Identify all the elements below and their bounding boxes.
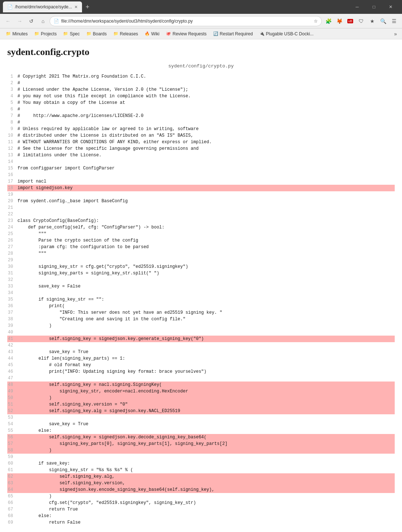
- bookmark-projects[interactable]: 📁 Projects: [31, 30, 59, 38]
- line-number: 44: [7, 355, 17, 362]
- line-content: "INFO: This server does not yet have an …: [17, 309, 395, 316]
- refresh-button[interactable]: ↺: [26, 16, 36, 26]
- code-line: 68 else:: [7, 513, 395, 519]
- folder-icon: 📁: [86, 31, 91, 36]
- code-line: 28 """: [7, 250, 395, 257]
- code-line: 2#: [7, 80, 395, 86]
- window-controls: ─ □ ✕: [349, 0, 399, 14]
- line-number: 11: [7, 139, 17, 145]
- bookmark-review-requests[interactable]: 🐙 Review Requests: [163, 30, 209, 38]
- line-content: print(: [17, 303, 395, 309]
- code-line: 38 "Creating one and saving it in the co…: [7, 316, 395, 322]
- bookmarks-bar: 📁 Minutes 📁 Projects 📁 Spec 📁 Boards 📁 R…: [0, 28, 402, 39]
- line-content: ): [17, 322, 395, 329]
- line-number: 22: [7, 211, 17, 218]
- bookmark-plugable[interactable]: 🔌 Plugable USB-C Docki...: [257, 30, 317, 38]
- firefox-icon[interactable]: 🦊: [334, 16, 344, 26]
- line-number: 54: [7, 421, 17, 427]
- line-content: Parse the crypto section of the config: [17, 237, 395, 244]
- restart-icon: 🔄: [213, 31, 218, 36]
- line-number: 27: [7, 244, 17, 250]
- line-content: # Copyright 2021 The Matrix.org Foundati…: [17, 73, 395, 80]
- line-content: # Licensed under the Apache License, Ver…: [17, 86, 395, 93]
- line-number: 43: [7, 349, 17, 355]
- line-number: 18: [7, 185, 17, 191]
- code-line: 25 """: [7, 231, 395, 237]
- ublock-icon[interactable]: uB: [345, 16, 355, 26]
- line-number: 42: [7, 342, 17, 349]
- fire-icon: 🔥: [145, 31, 150, 36]
- line-content: import nacl: [17, 178, 395, 185]
- line-number: 67: [7, 506, 17, 513]
- code-line: 44 elif len(signing_key_parts) == 1:: [7, 355, 395, 362]
- line-number: 45: [7, 362, 17, 368]
- extensions-icon[interactable]: 🧩: [323, 16, 333, 26]
- browser-tab[interactable]: 📄 /home/dmr/workspace/syde... ✕: [3, 1, 82, 12]
- code-line: 12# See the License for the specific lan…: [7, 145, 395, 152]
- code-line: 58 ): [7, 447, 395, 454]
- line-content: return False: [17, 519, 395, 526]
- code-line: 51 self.signing_key.version = "0": [7, 401, 395, 408]
- folder-icon: 📁: [113, 31, 118, 36]
- line-number: 47: [7, 375, 17, 382]
- line-number: 13: [7, 152, 17, 159]
- code-line: 20from sydent.config._base import BaseCo…: [7, 198, 395, 204]
- home-button[interactable]: ⌂: [38, 16, 48, 26]
- bookmark-icon[interactable]: ★: [367, 16, 377, 26]
- line-number: 39: [7, 322, 17, 329]
- line-number: 9: [7, 126, 17, 132]
- line-number: 29: [7, 257, 17, 263]
- code-line: 13# limitations under the License.: [7, 152, 395, 159]
- line-content: cfg.set("crypto", "ed25519.signingkey", …: [17, 500, 395, 506]
- line-number: 53: [7, 414, 17, 421]
- line-content: save_key = True: [17, 349, 395, 355]
- line-number: 34: [7, 290, 17, 296]
- bookmarks-more-button[interactable]: »: [392, 30, 399, 38]
- line-number: 17: [7, 178, 17, 185]
- bookmark-spec[interactable]: 📁 Spec: [60, 30, 82, 38]
- minimize-button[interactable]: ─: [349, 0, 366, 14]
- code-line: 54 save_key = True: [7, 421, 395, 427]
- line-number: 55: [7, 427, 17, 434]
- code-line: 66 cfg.set("crypto", "ed25519.signingkey…: [7, 500, 395, 506]
- bookmark-boards[interactable]: 📁 Boards: [83, 30, 110, 38]
- line-content: # Unless required by applicable law or a…: [17, 126, 395, 132]
- shield-icon[interactable]: 🛡: [356, 16, 366, 26]
- line-content: signedjson.key.encode_signing_key_base64…: [17, 486, 395, 493]
- maximize-button[interactable]: □: [366, 0, 382, 14]
- code-line: 11# WITHOUT WARRANTIES OR CONDITIONS OF …: [7, 139, 395, 145]
- line-number: 20: [7, 198, 17, 204]
- line-number: 6: [7, 106, 17, 113]
- line-content: ): [17, 493, 395, 500]
- bookmark-releases-label: Releases: [120, 31, 138, 36]
- code-line: 17import nacl: [7, 178, 395, 185]
- close-button[interactable]: ✕: [382, 0, 399, 14]
- code-line: 31 signing_key_parts = signing_key_str.s…: [7, 270, 395, 277]
- code-line: 16: [7, 172, 395, 178]
- line-number: 37: [7, 309, 17, 316]
- back-button[interactable]: ←: [3, 16, 13, 26]
- new-tab-button[interactable]: +: [83, 3, 92, 11]
- line-number: 8: [7, 119, 17, 126]
- line-content: signing_key_parts = signing_key_str.spli…: [17, 270, 395, 277]
- line-content: save_key = True: [17, 421, 395, 427]
- bookmark-minutes[interactable]: 📁 Minutes: [3, 30, 31, 38]
- page-title: sydent.config.crypto: [7, 47, 395, 58]
- tab-close-button[interactable]: ✕: [74, 5, 78, 9]
- line-number: 30: [7, 263, 17, 270]
- address-star-icon[interactable]: ☆: [314, 19, 318, 24]
- code-line: 33 save_key = False: [7, 283, 395, 290]
- code-line: 29: [7, 257, 395, 263]
- bookmark-restart-required[interactable]: 🔄 Restart Required: [210, 30, 256, 38]
- forward-button[interactable]: →: [15, 16, 25, 26]
- line-content: else:: [17, 513, 395, 519]
- code-line: 47: [7, 375, 395, 382]
- line-content: #: [17, 106, 395, 113]
- menu-icon[interactable]: ☰: [389, 16, 399, 26]
- address-bar[interactable]: 📄 file:///home/dmr/workspace/sydent/out3…: [50, 16, 322, 26]
- bookmark-releases[interactable]: 📁 Releases: [110, 30, 141, 38]
- bookmark-boards-label: Boards: [93, 31, 107, 36]
- search-icon[interactable]: 🔍: [378, 16, 388, 26]
- line-number: 66: [7, 500, 17, 506]
- bookmark-wiki[interactable]: 🔥 Wiki: [142, 30, 163, 38]
